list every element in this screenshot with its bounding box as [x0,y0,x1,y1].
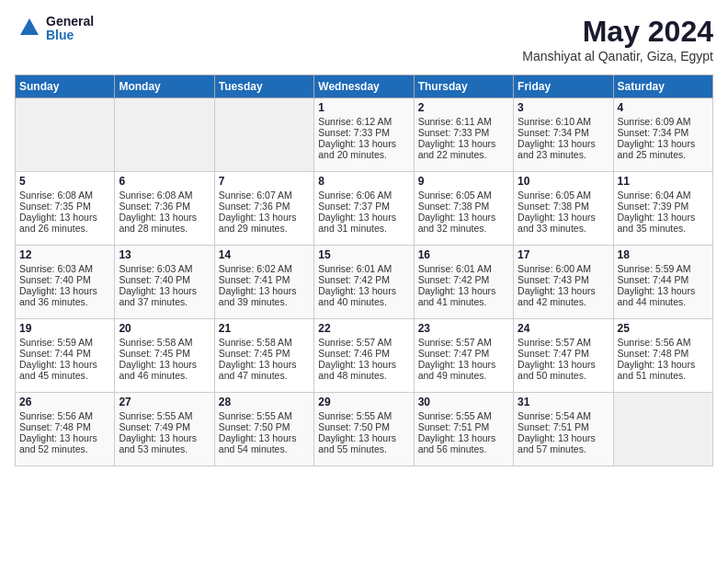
week-row-2: 5Sunrise: 6:08 AMSunset: 7:35 PMDaylight… [16,172,713,246]
day-number: 3 [518,101,609,114]
calendar-table: SundayMondayTuesdayWednesdayThursdayFrid… [15,75,713,466]
sunset-text: Sunset: 7:42 PM [418,274,509,285]
sunset-text: Sunset: 7:50 PM [318,421,409,432]
daylight-text: Daylight: 13 hours and 51 minutes. [618,359,709,381]
location-subtitle: Manshiyat al Qanatir, Giza, Egypt [522,49,713,63]
day-number: 16 [418,248,509,261]
day-number: 24 [518,322,609,335]
daylight-text: Daylight: 13 hours and 55 minutes. [318,432,409,454]
sunrise-text: Sunrise: 5:59 AM [618,263,709,274]
calendar-cell: 3Sunrise: 6:10 AMSunset: 7:34 PMDaylight… [514,98,613,172]
col-header-thursday: Thursday [414,75,513,98]
svg-marker-0 [20,18,39,35]
day-number: 14 [219,248,310,261]
sunrise-text: Sunrise: 5:59 AM [19,337,110,348]
calendar-cell: 14Sunrise: 6:02 AMSunset: 7:41 PMDayligh… [214,246,313,319]
day-number: 6 [119,175,210,188]
sunset-text: Sunset: 7:50 PM [219,421,310,432]
title-block: May 2024 Manshiyat al Qanatir, Giza, Egy… [522,15,713,63]
sunset-text: Sunset: 7:45 PM [119,348,210,359]
day-number: 2 [418,101,509,114]
daylight-text: Daylight: 13 hours and 36 minutes. [19,285,110,307]
daylight-text: Daylight: 13 hours and 33 minutes. [518,212,609,234]
calendar-cell: 13Sunrise: 6:03 AMSunset: 7:40 PMDayligh… [115,246,214,319]
day-number: 11 [618,175,709,188]
logo: General Blue [15,15,94,43]
logo-text: General Blue [46,15,94,43]
sunrise-text: Sunrise: 5:57 AM [418,337,509,348]
calendar-cell: 12Sunrise: 6:03 AMSunset: 7:40 PMDayligh… [16,246,115,319]
daylight-text: Daylight: 13 hours and 47 minutes. [219,359,310,381]
calendar-cell: 20Sunrise: 5:58 AMSunset: 7:45 PMDayligh… [115,319,214,393]
calendar-cell [16,98,115,172]
calendar-cell: 19Sunrise: 5:59 AMSunset: 7:44 PMDayligh… [16,319,115,393]
day-number: 4 [618,101,709,114]
daylight-text: Daylight: 13 hours and 40 minutes. [318,285,409,307]
daylight-text: Daylight: 13 hours and 28 minutes. [119,212,210,234]
sunset-text: Sunset: 7:38 PM [418,201,509,212]
sunrise-text: Sunrise: 6:01 AM [318,263,409,274]
daylight-text: Daylight: 13 hours and 32 minutes. [418,212,509,234]
week-row-3: 12Sunrise: 6:03 AMSunset: 7:40 PMDayligh… [16,246,713,319]
calendar-cell [613,393,712,466]
sunrise-text: Sunrise: 6:08 AM [19,190,110,201]
daylight-text: Daylight: 13 hours and 48 minutes. [318,359,409,381]
day-number: 8 [318,175,409,188]
sunset-text: Sunset: 7:48 PM [618,348,709,359]
week-row-4: 19Sunrise: 5:59 AMSunset: 7:44 PMDayligh… [16,319,713,393]
daylight-text: Daylight: 13 hours and 20 minutes. [318,138,409,160]
day-number: 27 [119,396,210,408]
sunset-text: Sunset: 7:36 PM [119,201,210,212]
col-header-monday: Monday [115,75,214,98]
sunrise-text: Sunrise: 5:55 AM [418,410,509,421]
sunrise-text: Sunrise: 5:57 AM [518,337,609,348]
sunrise-text: Sunrise: 6:06 AM [318,190,409,201]
daylight-text: Daylight: 13 hours and 56 minutes. [418,432,509,454]
col-header-wednesday: Wednesday [314,75,414,98]
daylight-text: Daylight: 13 hours and 45 minutes. [19,359,110,381]
sunset-text: Sunset: 7:39 PM [618,201,709,212]
sunset-text: Sunset: 7:49 PM [119,421,210,432]
calendar-cell: 24Sunrise: 5:57 AMSunset: 7:47 PMDayligh… [514,319,613,393]
sunrise-text: Sunrise: 6:03 AM [19,263,110,274]
sunset-text: Sunset: 7:51 PM [518,421,609,432]
calendar-cell: 4Sunrise: 6:09 AMSunset: 7:34 PMDaylight… [613,98,712,172]
daylight-text: Daylight: 13 hours and 26 minutes. [19,212,110,234]
sunrise-text: Sunrise: 6:04 AM [618,190,709,201]
page-header: General Blue May 2024 Manshiyat al Qanat… [15,15,713,63]
day-number: 10 [518,175,609,188]
daylight-text: Daylight: 13 hours and 22 minutes. [418,138,509,160]
calendar-cell: 2Sunrise: 6:11 AMSunset: 7:33 PMDaylight… [414,98,513,172]
sunset-text: Sunset: 7:51 PM [418,421,509,432]
sunset-text: Sunset: 7:37 PM [318,201,409,212]
sunrise-text: Sunrise: 6:05 AM [518,190,609,201]
calendar-cell [115,98,214,172]
daylight-text: Daylight: 13 hours and 53 minutes. [119,432,210,454]
sunrise-text: Sunrise: 5:55 AM [119,410,210,421]
sunrise-text: Sunrise: 5:58 AM [219,337,310,348]
calendar-cell: 5Sunrise: 6:08 AMSunset: 7:35 PMDaylight… [16,172,115,246]
sunrise-text: Sunrise: 6:08 AM [119,190,210,201]
calendar-cell [214,98,313,172]
calendar-cell: 31Sunrise: 5:54 AMSunset: 7:51 PMDayligh… [514,393,613,466]
daylight-text: Daylight: 13 hours and 25 minutes. [618,138,709,160]
sunrise-text: Sunrise: 6:03 AM [119,263,210,274]
sunrise-text: Sunrise: 5:57 AM [318,337,409,348]
calendar-header-row: SundayMondayTuesdayWednesdayThursdayFrid… [16,75,713,98]
daylight-text: Daylight: 13 hours and 23 minutes. [518,138,609,160]
sunset-text: Sunset: 7:47 PM [518,348,609,359]
daylight-text: Daylight: 13 hours and 37 minutes. [119,285,210,307]
sunset-text: Sunset: 7:43 PM [518,274,609,285]
col-header-saturday: Saturday [613,75,712,98]
week-row-5: 26Sunrise: 5:56 AMSunset: 7:48 PMDayligh… [16,393,713,466]
day-number: 17 [518,248,609,261]
day-number: 20 [119,322,210,335]
calendar-cell: 17Sunrise: 6:00 AMSunset: 7:43 PMDayligh… [514,246,613,319]
sunset-text: Sunset: 7:34 PM [618,127,709,138]
sunset-text: Sunset: 7:40 PM [119,274,210,285]
day-number: 23 [418,322,509,335]
sunrise-text: Sunrise: 6:10 AM [518,116,609,127]
sunset-text: Sunset: 7:33 PM [318,127,409,138]
calendar-cell: 15Sunrise: 6:01 AMSunset: 7:42 PMDayligh… [314,246,414,319]
sunset-text: Sunset: 7:35 PM [19,201,110,212]
